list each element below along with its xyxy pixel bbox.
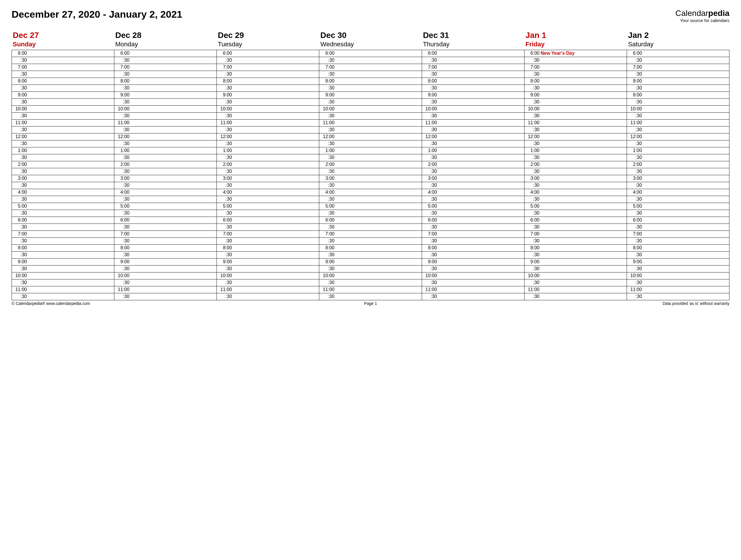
time-label: :30 [627, 183, 642, 188]
time-cell: 4:00 [12, 189, 114, 196]
brand-tagline: Your source for calendars [675, 18, 729, 23]
day-name: Tuesday [218, 41, 319, 48]
time-label: 7:00 [114, 65, 129, 70]
time-label: 12:00 [12, 134, 27, 139]
time-cell: :30 [217, 210, 319, 216]
time-label: :30 [12, 266, 27, 271]
time-label: 1:00 [217, 148, 232, 153]
time-label: 6:00 [12, 51, 27, 56]
time-label: :30 [319, 169, 334, 174]
time-row: :30:30:30:30:30:30:30 [12, 210, 729, 216]
time-cell: 8:00 [524, 244, 627, 251]
time-label: 8:00 [114, 78, 129, 84]
time-cell: 7:00 [422, 231, 524, 237]
time-cell: :30 [627, 237, 729, 244]
time-cell: 5:00 [217, 203, 319, 210]
time-label: 10:00 [627, 273, 642, 278]
time-row: :30:30:30:30:30:30:30 [12, 196, 729, 203]
time-cell: 11:00 [627, 286, 729, 293]
time-cell: :30 [217, 99, 319, 106]
time-label: 11:00 [319, 120, 334, 125]
time-label: 6:00 [217, 51, 232, 56]
time-cell: :30 [422, 251, 524, 258]
time-cell: 7:00 [217, 64, 319, 71]
time-label: 11:00 [422, 120, 437, 125]
time-cell: 6:00 [217, 216, 319, 224]
time-label: :30 [525, 183, 540, 188]
time-cell: :30 [114, 265, 217, 272]
time-label: 9:00 [627, 92, 642, 98]
time-cell: :30 [12, 154, 114, 161]
time-label: 12:00 [422, 134, 437, 139]
time-label: :30 [422, 99, 437, 105]
time-label: 9:00 [525, 92, 540, 98]
time-cell: 7:00 [524, 64, 627, 71]
time-cell: :30 [217, 293, 319, 300]
day-header-5: Jan 1Friday [524, 31, 627, 48]
time-label: :30 [525, 266, 540, 271]
time-cell: :30 [627, 112, 729, 119]
time-cell: :30 [422, 224, 524, 231]
time-cell: 9:00 [524, 258, 627, 265]
time-label: :30 [525, 280, 540, 285]
time-cell: 8:00 [524, 78, 627, 84]
time-label: 11:00 [217, 287, 232, 292]
time-cell: :30 [114, 168, 217, 175]
time-cell: :30 [422, 71, 524, 78]
time-cell: 7:00 [217, 231, 319, 237]
time-label: :30 [217, 294, 232, 299]
time-cell: 10:00 [319, 272, 422, 279]
time-label: 6:00 [217, 217, 232, 223]
time-cell: :30 [319, 99, 422, 106]
time-row: :30:30:30:30:30:30:30 [12, 182, 729, 189]
day-name: Friday [525, 41, 627, 48]
time-cell: 8:00 [422, 78, 524, 84]
time-cell: :30 [422, 140, 524, 147]
time-cell: 4:00 [524, 189, 627, 196]
time-label: :30 [525, 197, 540, 202]
time-label: :30 [217, 210, 232, 216]
time-cell: 11:00 [114, 286, 217, 293]
day-date: Jan 1 [525, 31, 627, 40]
time-row: :30:30:30:30:30:30:30 [12, 293, 729, 300]
day-name: Monday [115, 41, 216, 48]
time-cell: :30 [12, 57, 114, 64]
time-label: :30 [422, 294, 437, 299]
time-row: 4:004:004:004:004:004:004:00 [12, 189, 729, 196]
time-label: :30 [319, 294, 334, 299]
time-cell: 8:00 [217, 78, 319, 84]
time-label: :30 [422, 141, 437, 146]
time-cell: 12:00 [114, 133, 217, 140]
header: December 27, 2020 - January 2, 2021 Cale… [12, 9, 729, 23]
time-label: 5:00 [422, 203, 437, 209]
time-label: 11:00 [114, 287, 129, 292]
time-cell: :30 [217, 265, 319, 272]
time-label: 6:00 [12, 217, 27, 223]
time-cell: :30 [114, 154, 217, 161]
time-cell: :30 [217, 279, 319, 286]
time-row: 11:0011:0011:0011:0011:0011:0011:00 [12, 119, 729, 126]
time-label: :30 [422, 58, 437, 63]
time-label: 11:00 [627, 287, 642, 292]
time-cell: :30 [114, 224, 217, 231]
time-label: :30 [422, 252, 437, 257]
day-name: Sunday [13, 41, 114, 48]
time-cell: 7:00 [627, 64, 729, 71]
time-label: :30 [525, 99, 540, 105]
time-cell: 8:00 [114, 78, 217, 84]
time-label: :30 [114, 266, 129, 271]
time-label: 9:00 [114, 259, 129, 264]
time-label: 1:00 [627, 148, 642, 153]
time-label: :30 [525, 169, 540, 174]
time-label: 6:00 [627, 51, 642, 56]
time-label: :30 [12, 127, 27, 132]
brand: Calendarpedia Your source for calendars [675, 9, 729, 23]
time-cell: :30 [422, 84, 524, 91]
time-label: 6:00 [525, 217, 540, 223]
time-label: :30 [217, 155, 232, 160]
time-cell: :30 [12, 168, 114, 175]
time-label: :30 [627, 155, 642, 160]
time-cell: :30 [524, 99, 627, 106]
time-cell: :30 [627, 99, 729, 106]
time-cell: :30 [114, 182, 217, 189]
